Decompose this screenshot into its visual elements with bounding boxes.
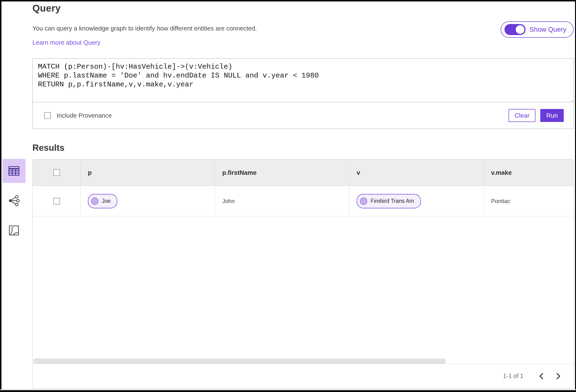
show-query-toggle[interactable]: Show Query [501, 21, 574, 38]
entity-dot-icon [360, 198, 367, 205]
select-all-checkbox[interactable] [53, 169, 60, 176]
query-page: Query You can query a knowledge graph to… [1, 1, 575, 389]
row-checkbox[interactable] [53, 198, 60, 205]
chevron-left-icon [538, 373, 545, 380]
toggle-switch-icon[interactable] [504, 24, 526, 35]
entity-badge-label: Joe [102, 198, 111, 204]
entity-badge-label: Firebird Trans Am [371, 198, 414, 204]
entity-dot-icon [91, 198, 98, 205]
toggle-knob [516, 25, 524, 34]
entity-badge-vehicle[interactable]: Firebird Trans Am [357, 194, 421, 208]
link-chart-icon [8, 195, 20, 206]
query-panel: MATCH (p:Person)-[hv:HasVehicle]->(v:Veh… [32, 58, 574, 129]
show-query-label: Show Query [529, 26, 566, 33]
next-page-button[interactable] [550, 368, 567, 385]
pagination-range-label: 1-1 of 1 [503, 373, 523, 380]
cell-v-make: Pontiac [491, 198, 510, 205]
table-footer: 1-1 of 1 [33, 364, 573, 388]
cell-p-firstname: John [222, 198, 235, 205]
results-view-rail [2, 159, 27, 242]
map-icon [8, 225, 19, 236]
query-code-textarea[interactable]: MATCH (p:Person)-[hv:HasVehicle]->(v:Veh… [33, 59, 573, 102]
table-row: Joe John Firebird Trans Am Pontiac [33, 186, 573, 216]
clear-button[interactable]: Clear [509, 109, 535, 122]
column-header-p: p [88, 169, 92, 177]
page-title: Query [32, 3, 574, 14]
results-table-panel: p p.firstName v v.make Joe John [32, 159, 574, 388]
column-header-v: v [357, 169, 360, 177]
link-chart-view-button[interactable] [2, 189, 26, 213]
include-provenance-label: Include Provenance [57, 112, 112, 119]
map-view-button[interactable] [2, 218, 26, 242]
window-bottom-divider [0, 389, 576, 390]
include-provenance-checkbox[interactable] [44, 112, 51, 119]
table-icon [8, 166, 20, 176]
column-header-p-firstname: p.firstName [222, 169, 257, 177]
chevron-right-icon [555, 373, 561, 380]
results-heading: Results [32, 143, 574, 153]
table-header-row: p p.firstName v v.make [33, 159, 573, 186]
previous-page-button[interactable] [533, 368, 550, 385]
entity-badge-person[interactable]: Joe [88, 194, 117, 208]
page-description: You can query a knowledge graph to ident… [32, 25, 574, 32]
run-button[interactable]: Run [540, 109, 564, 122]
horizontal-scrollbar-thumb[interactable] [33, 358, 446, 364]
column-header-v-make: v.make [491, 169, 512, 177]
table-view-button[interactable] [2, 159, 26, 183]
learn-more-link[interactable]: Learn more about Query [32, 39, 100, 46]
